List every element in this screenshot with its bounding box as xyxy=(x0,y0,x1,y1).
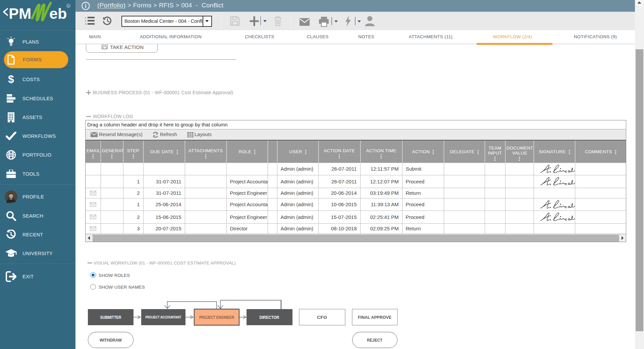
svg-text:PM: PM xyxy=(9,5,32,22)
svg-text:SUBMITTER: SUBMITTER xyxy=(100,315,121,320)
svg-text:PROJECT ENGINEER: PROJECT ENGINEER xyxy=(199,315,234,320)
svg-text:CFO: CFO xyxy=(317,315,327,320)
svg-text:WITHDRAW: WITHDRAW xyxy=(100,338,122,343)
svg-text:PROJECT ACCOUNTANT: PROJECT ACCOUNTANT xyxy=(146,315,181,319)
svg-text:REJECT: REJECT xyxy=(367,338,382,343)
svg-text:DIRECTOR: DIRECTOR xyxy=(260,315,280,320)
svg-text:1: 1 xyxy=(85,16,87,19)
svg-text:eb: eb xyxy=(49,5,67,22)
svg-text:$: $ xyxy=(8,74,14,85)
svg-text:FINAL APPROVE: FINAL APPROVE xyxy=(358,315,391,320)
svg-text:R: R xyxy=(67,5,69,8)
svg-text:3: 3 xyxy=(85,22,87,25)
svg-text:2: 2 xyxy=(85,19,87,22)
